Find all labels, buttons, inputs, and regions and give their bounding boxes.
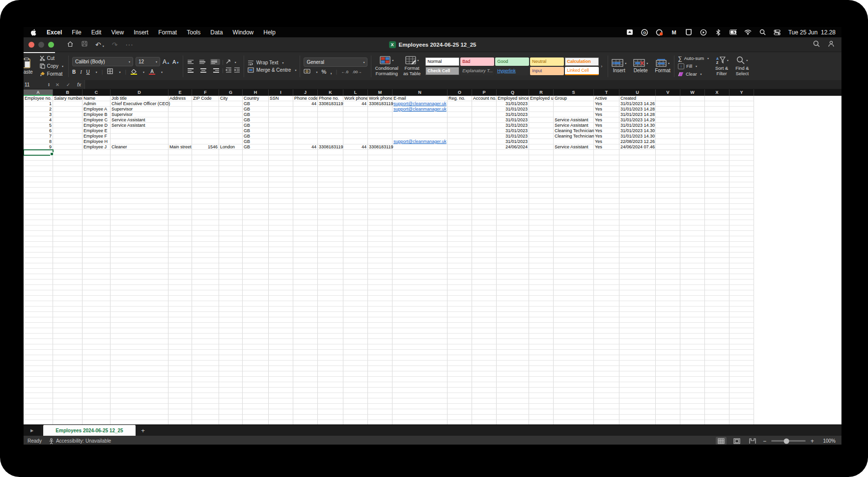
cell-F47[interactable] xyxy=(192,344,219,350)
cell-X27[interactable] xyxy=(705,236,729,242)
cell-T26[interactable] xyxy=(594,231,619,236)
cell-W26[interactable] xyxy=(680,231,705,236)
cell-C16[interactable] xyxy=(83,177,111,182)
cell-U30[interactable] xyxy=(619,253,656,258)
cell-D60[interactable] xyxy=(111,415,168,420)
cell-Y22[interactable] xyxy=(729,209,754,215)
cell-T48[interactable] xyxy=(594,350,619,355)
cell-A10[interactable]: 9 xyxy=(24,144,53,150)
cell-V5[interactable] xyxy=(656,117,680,123)
cell-L37[interactable] xyxy=(343,290,368,296)
cell-G45[interactable] xyxy=(219,334,243,339)
bluetooth-icon[interactable] xyxy=(715,29,722,36)
cell-N42[interactable] xyxy=(392,317,448,323)
cell-G59[interactable] xyxy=(219,409,243,415)
cell-B43[interactable] xyxy=(53,323,83,328)
cell-V27[interactable] xyxy=(656,236,680,242)
cell-L42[interactable] xyxy=(343,317,368,323)
cell-R59[interactable] xyxy=(529,409,554,415)
cell-F19[interactable] xyxy=(192,193,219,198)
cell-J49[interactable] xyxy=(293,355,318,361)
cell-O24[interactable] xyxy=(448,220,472,225)
cell-F7[interactable] xyxy=(192,128,219,134)
cell-Q14[interactable] xyxy=(497,166,529,171)
cell-Q21[interactable] xyxy=(497,204,529,209)
cell-C22[interactable] xyxy=(83,209,111,215)
cell-K40[interactable] xyxy=(318,307,343,312)
cell-F3[interactable] xyxy=(192,107,219,112)
cell-P43[interactable] xyxy=(472,323,497,328)
cell-H11[interactable] xyxy=(243,150,269,155)
cell-M61[interactable] xyxy=(368,420,392,424)
cell-V8[interactable] xyxy=(656,134,680,139)
cell-L40[interactable] xyxy=(343,307,368,312)
cell-H57[interactable] xyxy=(243,398,269,404)
cell-N19[interactable] xyxy=(392,193,448,198)
cell-F8[interactable] xyxy=(192,134,219,139)
cell-Y39[interactable] xyxy=(729,301,754,307)
cell-W30[interactable] xyxy=(680,253,705,258)
cell-X5[interactable] xyxy=(705,117,729,123)
cell-T20[interactable] xyxy=(594,198,619,204)
cell-Q37[interactable] xyxy=(497,290,529,296)
cell-N14[interactable] xyxy=(392,166,448,171)
cell-T38[interactable] xyxy=(594,296,619,301)
cell-H13[interactable] xyxy=(243,161,269,166)
cell-A30[interactable] xyxy=(24,253,53,258)
cell-N54[interactable] xyxy=(392,382,448,388)
cell-E43[interactable] xyxy=(168,323,192,328)
column-header-G[interactable]: G xyxy=(219,89,243,96)
cell-L6[interactable] xyxy=(343,123,368,128)
cell-V6[interactable] xyxy=(656,123,680,128)
cell-U24[interactable] xyxy=(619,220,656,225)
cell-B7[interactable] xyxy=(53,128,83,134)
cell-R39[interactable] xyxy=(529,301,554,307)
cell-J32[interactable] xyxy=(293,263,318,269)
cell-B21[interactable] xyxy=(53,204,83,209)
cell-T34[interactable] xyxy=(594,274,619,280)
font-name-select[interactable]: Calibri (Body)▾ xyxy=(72,57,133,66)
cell-A55[interactable] xyxy=(24,388,53,393)
merge-centre-button[interactable]: Merge & Centre▾ xyxy=(248,67,297,73)
cell-O27[interactable] xyxy=(448,236,472,242)
cell-U57[interactable] xyxy=(619,398,656,404)
cell-O39[interactable] xyxy=(448,301,472,307)
cell-U13[interactable] xyxy=(619,161,656,166)
cell-Q1[interactable]: Employed since xyxy=(497,96,529,101)
cell-U54[interactable] xyxy=(619,382,656,388)
cell-O9[interactable] xyxy=(448,139,472,144)
cell-P34[interactable] xyxy=(472,274,497,280)
cell-Y12[interactable] xyxy=(729,155,754,161)
cell-J33[interactable] xyxy=(293,269,318,274)
decrease-indent-icon[interactable] xyxy=(225,67,232,74)
cell-F2[interactable] xyxy=(192,101,219,107)
cell-J1[interactable]: Phone code xyxy=(293,96,318,101)
cell-D36[interactable] xyxy=(111,285,168,290)
cell-N50[interactable] xyxy=(392,361,448,366)
cell-L60[interactable] xyxy=(343,415,368,420)
cell-S20[interactable] xyxy=(554,198,594,204)
cell-K2[interactable]: 3308183119 xyxy=(318,101,343,107)
cell-I20[interactable] xyxy=(269,198,293,204)
cell-L23[interactable] xyxy=(343,215,368,220)
cell-A24[interactable] xyxy=(24,220,53,225)
cell-D19[interactable] xyxy=(111,193,168,198)
cell-X7[interactable] xyxy=(705,128,729,134)
cell-Y38[interactable] xyxy=(729,296,754,301)
cell-O18[interactable] xyxy=(448,188,472,193)
cell-J21[interactable] xyxy=(293,204,318,209)
cell-O42[interactable] xyxy=(448,317,472,323)
cell-J57[interactable] xyxy=(293,398,318,404)
cell-X60[interactable] xyxy=(705,415,729,420)
cell-M8[interactable] xyxy=(368,134,392,139)
cell-O22[interactable] xyxy=(448,209,472,215)
cell-C26[interactable] xyxy=(83,231,111,236)
cell-W46[interactable] xyxy=(680,339,705,344)
cell-N27[interactable] xyxy=(392,236,448,242)
cell-P32[interactable] xyxy=(472,263,497,269)
cell-E20[interactable] xyxy=(168,198,192,204)
cell-H22[interactable] xyxy=(243,209,269,215)
cell-L41[interactable] xyxy=(343,312,368,317)
accessibility-status[interactable]: Accessibility: Unavailable xyxy=(56,438,111,444)
cell-T44[interactable] xyxy=(594,328,619,334)
